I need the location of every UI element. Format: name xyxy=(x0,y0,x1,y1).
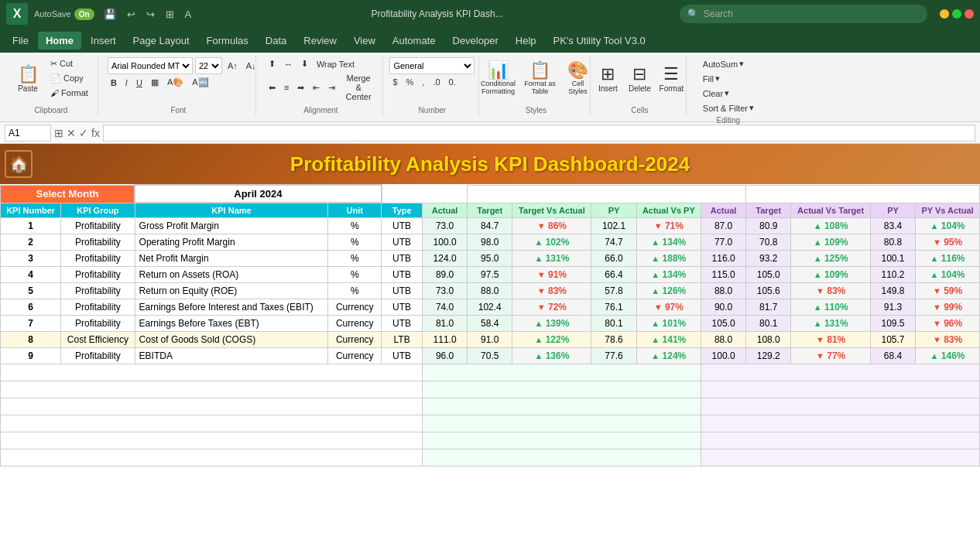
menu-review[interactable]: Review xyxy=(296,32,344,50)
paste-button[interactable]: 📋 Paste xyxy=(11,57,45,99)
underline-button[interactable]: U xyxy=(133,77,146,89)
autosave-toggle[interactable]: On xyxy=(74,9,94,20)
kpi-group-cell: Profitability xyxy=(61,267,135,283)
ytd-pvsa-cell: ▼ 99% xyxy=(916,299,980,316)
confirm-icon[interactable]: ✓ xyxy=(79,127,88,139)
format-button[interactable]: ☰ Format xyxy=(656,57,686,99)
align-top-button[interactable]: ⬆ xyxy=(266,57,279,70)
bold-button[interactable]: B xyxy=(108,77,120,89)
menu-help[interactable]: Help xyxy=(508,32,544,50)
mtd-tva-cell: ▲ 131% xyxy=(512,251,591,267)
insert-icon: ⊞ xyxy=(601,64,615,84)
delete-button[interactable]: ⊟ Delete xyxy=(625,57,654,99)
col-unit: Unit xyxy=(328,203,382,218)
kpi-unit-cell: Currency xyxy=(328,348,382,364)
save-button[interactable]: 💾 xyxy=(101,7,119,22)
menu-view[interactable]: View xyxy=(346,32,383,50)
table-row: 8 Cost Efficiency Cost of Goods Sold (CO… xyxy=(1,332,980,348)
col-ytd-actual: Actual xyxy=(701,203,746,218)
ytd-pvsa-cell: ▲ 146% xyxy=(916,348,980,364)
ytd-actual-cell: 116.0 xyxy=(701,251,746,267)
insert-button[interactable]: ⊞ Insert xyxy=(593,57,622,99)
menu-developer[interactable]: Developer xyxy=(445,32,506,50)
cell-styles-button[interactable]: 🎨 Cell Styles xyxy=(562,57,593,99)
sort-filter-button[interactable]: Sort & Filter ▾ xyxy=(700,101,757,114)
kpi-type-cell: UTB xyxy=(382,348,423,364)
formula-input[interactable] xyxy=(103,125,975,142)
font-size-select[interactable]: 22 xyxy=(195,57,222,74)
selected-month-value[interactable]: April 2024 xyxy=(135,185,382,203)
autosum-button[interactable]: AutoSum ▾ xyxy=(700,57,757,70)
minimize-button[interactable] xyxy=(940,9,949,19)
increase-indent-button[interactable]: ⇥ xyxy=(325,81,338,94)
merge-center-button[interactable]: Merge & Center xyxy=(341,72,376,103)
font-color-btn[interactable]: A🔤 xyxy=(189,76,211,89)
menu-pk-utility[interactable]: PK's Utility Tool V3.0 xyxy=(546,32,653,50)
menu-page-layout[interactable]: Page Layout xyxy=(125,32,197,50)
cancel-icon[interactable]: ✕ xyxy=(67,127,76,139)
font-name-select[interactable]: Arial Rounded MT xyxy=(108,57,193,74)
ytd-py-cell: 100.1 xyxy=(870,251,915,267)
border-button[interactable]: ▦ xyxy=(148,76,162,89)
ytd-pvsa-cell: ▼ 59% xyxy=(916,283,980,299)
comma-button[interactable]: , xyxy=(419,76,427,88)
font-color-button[interactable]: A xyxy=(182,7,195,22)
editing-group: AutoSum ▾ Fill ▾ Clear ▾ Sort & Filter ▾… xyxy=(690,56,767,116)
wrap-text-button[interactable]: Wrap Text xyxy=(314,58,358,70)
decrease-decimal-button[interactable]: .0 xyxy=(430,76,443,88)
home-icon[interactable]: 🏠 xyxy=(5,150,33,178)
ytd-actual-cell: 90.0 xyxy=(701,299,746,316)
kpi-type-cell: LTB xyxy=(382,332,423,348)
format-painter-button[interactable]: 🖌 Format xyxy=(47,87,91,99)
menu-automate[interactable]: Automate xyxy=(385,32,444,50)
align-middle-button[interactable]: ↔ xyxy=(281,58,296,70)
redo-button[interactable]: ↪ xyxy=(143,7,158,22)
number-format-select[interactable]: General xyxy=(389,57,475,74)
clear-label: Clear xyxy=(703,89,723,98)
increase-decimal-button[interactable]: 0. xyxy=(446,76,459,88)
dollar-button[interactable]: $ xyxy=(389,76,400,88)
search-bar[interactable]: 🔍 Search xyxy=(680,5,927,23)
ytd-actual-cell: 88.0 xyxy=(701,332,746,348)
fill-label: Fill xyxy=(703,74,714,84)
align-bottom-button[interactable]: ⬇ xyxy=(298,57,311,70)
fill-color-button[interactable]: A🎨 xyxy=(164,76,187,89)
paste-icon: 📋 xyxy=(18,64,39,84)
italic-button[interactable]: I xyxy=(122,77,131,89)
empty-row xyxy=(1,381,980,398)
menu-data[interactable]: Data xyxy=(258,32,294,50)
fill-button[interactable]: Fill ▾ xyxy=(700,72,757,85)
format-as-table-button[interactable]: 📋 Format as Table xyxy=(520,57,559,99)
align-right-button[interactable]: ➡ xyxy=(294,81,307,94)
kpi-type-cell: UTB xyxy=(382,299,423,316)
decrease-indent-button[interactable]: ⇤ xyxy=(310,81,323,94)
fx-icon[interactable]: fx xyxy=(91,127,100,139)
cell-styles-label: Cell Styles xyxy=(562,80,593,96)
undo-button[interactable]: ↩ xyxy=(124,7,139,22)
grid-view-button[interactable]: ⊞ xyxy=(163,7,177,22)
mtd-py-cell: 74.7 xyxy=(591,234,636,251)
menu-home[interactable]: Home xyxy=(38,32,81,50)
menu-file[interactable]: File xyxy=(5,32,36,50)
conditional-formatting-button[interactable]: 📊 Conditional Formatting xyxy=(478,57,517,99)
kpi-name-cell: Operating Profit Margin xyxy=(135,234,328,251)
maximize-button[interactable] xyxy=(952,9,961,19)
ytd-actual-cell: 77.0 xyxy=(701,234,746,251)
align-left-button[interactable]: ⬅ xyxy=(266,81,279,94)
styles-label: Styles xyxy=(526,106,547,114)
mtd-avspy-cell: ▲ 134% xyxy=(636,267,701,283)
menu-insert[interactable]: Insert xyxy=(83,32,124,50)
clear-button[interactable]: Clear ▾ xyxy=(700,87,757,100)
alignment-label: Alignment xyxy=(303,106,338,114)
decrease-font-button[interactable]: A↓ xyxy=(243,60,259,72)
copy-button[interactable]: 📄 Copy xyxy=(47,72,91,85)
increase-font-button[interactable]: A↑ xyxy=(224,60,241,72)
align-center-button[interactable]: ≡ xyxy=(281,81,292,94)
col-mtd-avspy: Actual Vs PY xyxy=(636,203,701,218)
cell-reference-input[interactable]: A1 xyxy=(5,125,51,142)
percent-button[interactable]: % xyxy=(403,76,417,88)
kpi-group-cell: Profitability xyxy=(61,283,135,299)
menu-formulas[interactable]: Formulas xyxy=(199,32,256,50)
close-button[interactable] xyxy=(965,9,974,19)
cut-button[interactable]: ✂ Cut xyxy=(47,57,91,70)
